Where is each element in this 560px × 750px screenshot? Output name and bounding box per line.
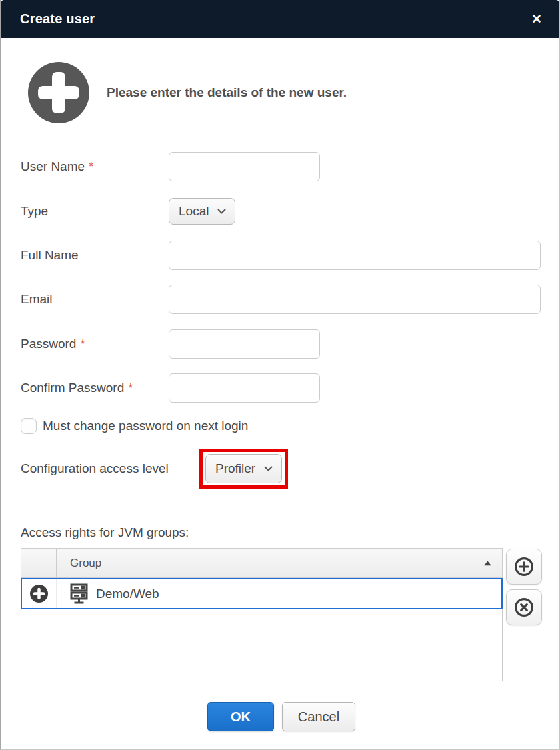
jvm-groups-section-label: Access rights for JVM groups:: [21, 525, 189, 540]
must-change-password-checkbox[interactable]: [21, 418, 37, 434]
access-level-select-value: Profiler: [215, 461, 255, 476]
table-row-demo-web[interactable]: Demo/Web: [21, 578, 503, 609]
confirm-password-label: Confirm Password*: [21, 381, 169, 395]
user-name-row: User Name*: [21, 152, 320, 181]
remove-group-button[interactable]: [506, 589, 542, 625]
email-label: Email: [21, 292, 169, 307]
server-group-icon: [70, 583, 88, 604]
type-select[interactable]: Local: [169, 198, 235, 225]
full-name-label: Full Name: [21, 248, 169, 263]
jvm-groups-table-header: Group: [21, 549, 502, 578]
group-column-header[interactable]: Group: [57, 549, 502, 577]
password-label: Password*: [21, 337, 169, 351]
ok-button[interactable]: OK: [207, 702, 274, 731]
full-name-input[interactable]: [169, 241, 541, 270]
email-row: Email: [21, 285, 541, 314]
email-input[interactable]: [169, 285, 541, 314]
required-asterisk: *: [80, 337, 85, 351]
required-asterisk: *: [128, 381, 133, 395]
dialog-title: Create user: [20, 11, 95, 27]
type-row: Type Local: [21, 198, 235, 225]
expand-row-icon[interactable]: [29, 584, 49, 603]
expand-cell: [22, 579, 57, 608]
must-change-password-label: Must change password on next login: [43, 419, 248, 433]
required-asterisk: *: [89, 159, 93, 173]
password-input[interactable]: [169, 329, 320, 359]
cancel-button[interactable]: Cancel: [282, 702, 355, 731]
create-user-dialog: Create user ✕ Please enter the details o…: [0, 0, 560, 750]
jvm-groups-table: Group: [21, 548, 503, 681]
must-change-password-row: Must change password on next login: [21, 417, 248, 435]
access-level-label: Configuration access level: [21, 461, 199, 476]
dialog-titlebar: Create user ✕: [1, 0, 559, 38]
annotation-highlight-rectangle: Profiler: [199, 449, 288, 489]
expand-column-header: [21, 549, 57, 577]
plus-circle-icon: [513, 556, 535, 577]
confirm-password-row: Confirm Password*: [21, 373, 320, 403]
user-name-input[interactable]: [169, 152, 320, 181]
chevron-down-icon: [217, 209, 226, 214]
chevron-down-icon: [264, 466, 273, 471]
add-user-plus-circle-icon: [27, 61, 90, 124]
group-cell: Demo/Web: [57, 579, 159, 608]
x-circle-icon: [513, 597, 535, 618]
type-select-value: Local: [179, 204, 209, 219]
type-label: Type: [21, 204, 169, 219]
intro-section: Please enter the details of the new user…: [27, 61, 347, 124]
access-level-row: Configuration access level Profiler: [21, 449, 288, 489]
confirm-password-input[interactable]: [169, 373, 320, 403]
user-name-label: User Name*: [21, 159, 169, 174]
add-group-button[interactable]: [506, 549, 542, 585]
password-row: Password*: [21, 329, 320, 359]
full-name-row: Full Name: [21, 241, 541, 270]
close-icon[interactable]: ✕: [529, 10, 545, 28]
access-level-select[interactable]: Profiler: [205, 454, 282, 483]
group-name: Demo/Web: [96, 587, 159, 601]
sort-ascending-icon[interactable]: [484, 561, 491, 565]
intro-text: Please enter the details of the new user…: [107, 85, 347, 100]
